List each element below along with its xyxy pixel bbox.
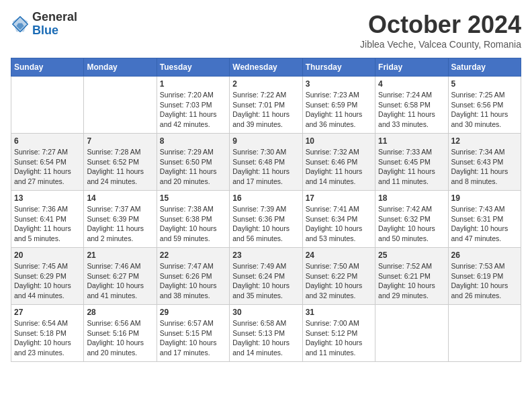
day-number: 11 — [378, 136, 445, 146]
day-info: Sunrise: 6:58 AM Sunset: 5:13 PM Dayligh… — [232, 318, 299, 358]
day-number: 21 — [87, 250, 153, 260]
day-cell: 27Sunrise: 6:54 AM Sunset: 5:18 PM Dayli… — [11, 305, 84, 362]
day-cell: 31Sunrise: 7:00 AM Sunset: 5:12 PM Dayli… — [302, 305, 375, 362]
day-cell: 28Sunrise: 6:56 AM Sunset: 5:16 PM Dayli… — [84, 305, 157, 362]
day-cell: 23Sunrise: 7:49 AM Sunset: 6:24 PM Dayli… — [230, 248, 302, 305]
day-cell: 10Sunrise: 7:32 AM Sunset: 6:46 PM Dayli… — [302, 134, 375, 191]
day-number: 8 — [160, 136, 226, 146]
column-header-tuesday: Tuesday — [157, 58, 229, 77]
day-cell: 17Sunrise: 7:41 AM Sunset: 6:34 PM Dayli… — [302, 191, 375, 248]
day-number: 31 — [306, 308, 372, 317]
day-cell: 26Sunrise: 7:53 AM Sunset: 6:19 PM Dayli… — [448, 248, 521, 305]
day-number: 7 — [87, 136, 153, 146]
day-cell: 4Sunrise: 7:24 AM Sunset: 6:58 PM Daylig… — [375, 77, 448, 134]
column-header-monday: Monday — [84, 58, 157, 77]
day-cell: 13Sunrise: 7:36 AM Sunset: 6:41 PM Dayli… — [11, 191, 84, 248]
day-cell — [375, 305, 448, 362]
day-number: 18 — [378, 193, 445, 203]
day-number: 1 — [160, 79, 226, 89]
day-cell: 25Sunrise: 7:52 AM Sunset: 6:21 PM Dayli… — [375, 248, 448, 305]
day-cell: 11Sunrise: 7:33 AM Sunset: 6:45 PM Dayli… — [375, 134, 448, 191]
day-number: 28 — [87, 308, 153, 317]
day-number: 13 — [14, 193, 81, 203]
column-header-thursday: Thursday — [302, 58, 375, 77]
day-cell: 20Sunrise: 7:45 AM Sunset: 6:29 PM Dayli… — [11, 248, 84, 305]
day-info: Sunrise: 6:56 AM Sunset: 5:16 PM Dayligh… — [87, 318, 153, 358]
day-info: Sunrise: 7:53 AM Sunset: 6:19 PM Dayligh… — [451, 261, 518, 301]
day-info: Sunrise: 6:57 AM Sunset: 5:15 PM Dayligh… — [160, 318, 226, 358]
day-number: 3 — [306, 79, 372, 89]
day-number: 10 — [306, 136, 372, 146]
column-header-sunday: Sunday — [11, 58, 84, 77]
day-cell — [448, 305, 521, 362]
day-info: Sunrise: 7:27 AM Sunset: 6:54 PM Dayligh… — [14, 147, 81, 187]
day-cell: 2Sunrise: 7:22 AM Sunset: 7:01 PM Daylig… — [230, 77, 302, 134]
day-info: Sunrise: 7:46 AM Sunset: 6:27 PM Dayligh… — [87, 261, 153, 301]
day-number: 19 — [451, 193, 518, 203]
logo-icon — [11, 15, 30, 34]
day-cell: 5Sunrise: 7:25 AM Sunset: 6:56 PM Daylig… — [448, 77, 521, 134]
week-row-1: 1Sunrise: 7:20 AM Sunset: 7:03 PM Daylig… — [11, 77, 521, 134]
day-info: Sunrise: 7:32 AM Sunset: 6:46 PM Dayligh… — [306, 147, 372, 187]
day-info: Sunrise: 7:37 AM Sunset: 6:39 PM Dayligh… — [87, 204, 153, 244]
day-number: 4 — [378, 79, 445, 89]
week-row-2: 6Sunrise: 7:27 AM Sunset: 6:54 PM Daylig… — [11, 134, 521, 191]
day-info: Sunrise: 7:34 AM Sunset: 6:43 PM Dayligh… — [451, 147, 518, 187]
day-number: 23 — [232, 250, 299, 260]
day-info: Sunrise: 7:41 AM Sunset: 6:34 PM Dayligh… — [306, 204, 372, 244]
calendar-table: SundayMondayTuesdayWednesdayThursdayFrid… — [11, 58, 521, 362]
day-cell: 15Sunrise: 7:38 AM Sunset: 6:38 PM Dayli… — [157, 191, 229, 248]
day-cell: 3Sunrise: 7:23 AM Sunset: 6:59 PM Daylig… — [302, 77, 375, 134]
column-header-friday: Friday — [375, 58, 448, 77]
day-number: 17 — [306, 193, 372, 203]
day-number: 25 — [378, 250, 445, 260]
day-cell: 14Sunrise: 7:37 AM Sunset: 6:39 PM Dayli… — [84, 191, 157, 248]
column-header-wednesday: Wednesday — [230, 58, 302, 77]
day-number: 22 — [160, 250, 226, 260]
week-row-3: 13Sunrise: 7:36 AM Sunset: 6:41 PM Dayli… — [11, 191, 521, 248]
logo: General Blue — [11, 11, 77, 38]
day-number: 26 — [451, 250, 518, 260]
day-info: Sunrise: 7:38 AM Sunset: 6:38 PM Dayligh… — [160, 204, 226, 244]
week-row-5: 27Sunrise: 6:54 AM Sunset: 5:18 PM Dayli… — [11, 305, 521, 362]
day-info: Sunrise: 7:24 AM Sunset: 6:58 PM Dayligh… — [378, 90, 445, 130]
day-cell: 6Sunrise: 7:27 AM Sunset: 6:54 PM Daylig… — [11, 134, 84, 191]
day-cell: 16Sunrise: 7:39 AM Sunset: 6:36 PM Dayli… — [230, 191, 302, 248]
day-number: 27 — [14, 308, 81, 317]
day-cell — [84, 77, 157, 134]
day-info: Sunrise: 7:22 AM Sunset: 7:01 PM Dayligh… — [232, 90, 299, 130]
day-info: Sunrise: 7:30 AM Sunset: 6:48 PM Dayligh… — [232, 147, 299, 187]
day-info: Sunrise: 7:49 AM Sunset: 6:24 PM Dayligh… — [232, 261, 299, 301]
day-number: 16 — [232, 193, 299, 203]
day-cell — [11, 77, 84, 134]
day-number: 6 — [14, 136, 81, 146]
day-cell: 7Sunrise: 7:28 AM Sunset: 6:52 PM Daylig… — [84, 134, 157, 191]
logo-text: General Blue — [32, 11, 77, 38]
logo-blue: Blue — [32, 24, 58, 37]
week-row-4: 20Sunrise: 7:45 AM Sunset: 6:29 PM Dayli… — [11, 248, 521, 305]
day-info: Sunrise: 7:52 AM Sunset: 6:21 PM Dayligh… — [378, 261, 445, 301]
day-number: 12 — [451, 136, 518, 146]
day-number: 20 — [14, 250, 81, 260]
title-block: October 2024 Jiblea Veche, Valcea County… — [360, 11, 521, 50]
day-cell: 21Sunrise: 7:46 AM Sunset: 6:27 PM Dayli… — [84, 248, 157, 305]
day-number: 14 — [87, 193, 153, 203]
month-title: October 2024 — [360, 11, 521, 39]
day-info: Sunrise: 7:20 AM Sunset: 7:03 PM Dayligh… — [160, 90, 226, 130]
day-info: Sunrise: 7:43 AM Sunset: 6:31 PM Dayligh… — [451, 204, 518, 244]
header-row: SundayMondayTuesdayWednesdayThursdayFrid… — [11, 58, 521, 77]
day-info: Sunrise: 7:29 AM Sunset: 6:50 PM Dayligh… — [160, 147, 226, 187]
column-header-saturday: Saturday — [448, 58, 521, 77]
day-info: Sunrise: 7:47 AM Sunset: 6:26 PM Dayligh… — [160, 261, 226, 301]
day-number: 9 — [232, 136, 299, 146]
day-number: 5 — [451, 79, 518, 89]
day-cell: 8Sunrise: 7:29 AM Sunset: 6:50 PM Daylig… — [157, 134, 229, 191]
day-cell: 1Sunrise: 7:20 AM Sunset: 7:03 PM Daylig… — [157, 77, 229, 134]
day-info: Sunrise: 6:54 AM Sunset: 5:18 PM Dayligh… — [14, 318, 81, 358]
day-info: Sunrise: 7:33 AM Sunset: 6:45 PM Dayligh… — [378, 147, 445, 187]
day-info: Sunrise: 7:45 AM Sunset: 6:29 PM Dayligh… — [14, 261, 81, 301]
day-number: 24 — [306, 250, 372, 260]
day-info: Sunrise: 7:00 AM Sunset: 5:12 PM Dayligh… — [306, 318, 372, 358]
location: Jiblea Veche, Valcea County, Romania — [360, 39, 521, 50]
day-number: 15 — [160, 193, 226, 203]
